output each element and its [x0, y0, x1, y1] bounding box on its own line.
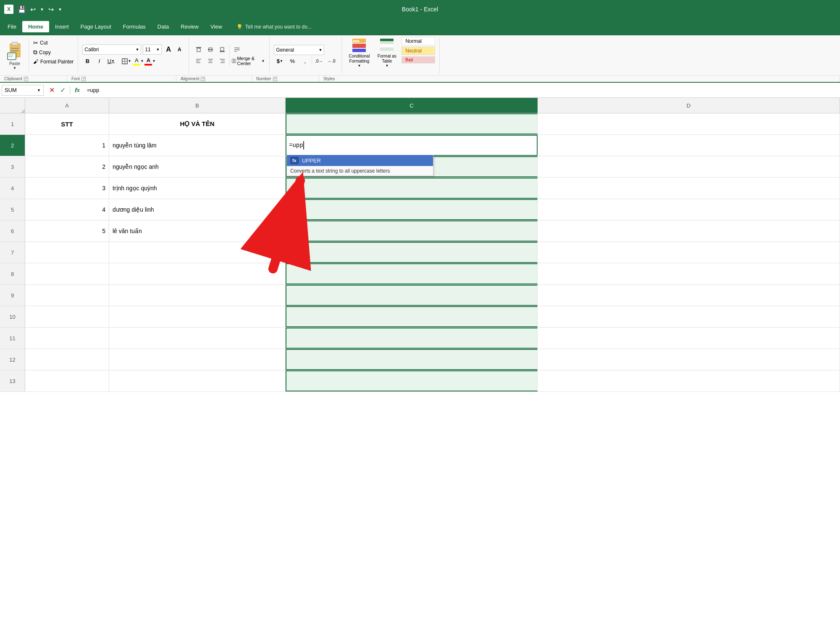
cell-a13[interactable]: [25, 370, 109, 391]
cell-d10[interactable]: [538, 306, 840, 327]
undo-dropdown-button[interactable]: ▼: [39, 6, 45, 13]
cell-d12[interactable]: [538, 349, 840, 370]
align-right-button[interactable]: [217, 56, 228, 66]
customize-quick-access-button[interactable]: ▼: [57, 6, 63, 13]
cell-b7[interactable]: [109, 242, 286, 263]
cell-d13[interactable]: [538, 370, 840, 391]
row-header-12[interactable]: 12: [0, 349, 25, 370]
bad-style[interactable]: Bad: [402, 56, 435, 63]
cell-b10[interactable]: [109, 306, 286, 327]
menu-review[interactable]: Review: [175, 21, 205, 32]
col-header-b[interactable]: B: [109, 98, 286, 113]
menu-data[interactable]: Data: [152, 21, 175, 32]
cell-d1[interactable]: [538, 113, 840, 134]
cell-b1[interactable]: HỌ VÀ TÊN: [109, 113, 286, 134]
corner-cell[interactable]: [0, 98, 25, 113]
align-middle-button[interactable]: [205, 45, 216, 55]
bold-button[interactable]: B: [82, 56, 92, 66]
format-as-table-button[interactable]: Format as Table ▼: [374, 37, 400, 68]
font-color-button[interactable]: A ▼: [145, 56, 155, 66]
cell-c1[interactable]: [286, 113, 538, 134]
confirm-formula-button[interactable]: ✓: [58, 86, 67, 95]
font-expand-button[interactable]: ↗: [81, 77, 86, 81]
cell-a2[interactable]: 1: [25, 135, 109, 156]
name-box-dropdown[interactable]: ▼: [37, 88, 41, 92]
wrap-text-button[interactable]: [231, 45, 242, 55]
table-dropdown[interactable]: ▼: [385, 64, 388, 68]
menu-page-layout[interactable]: Page Layout: [75, 21, 117, 32]
cell-a1[interactable]: STT: [25, 113, 109, 134]
cell-a8[interactable]: [25, 263, 109, 284]
align-top-button[interactable]: [193, 45, 204, 55]
align-center-button[interactable]: [205, 56, 216, 66]
cell-b13[interactable]: [109, 370, 286, 391]
cell-c11[interactable]: [286, 328, 538, 349]
row-header-7[interactable]: 7: [0, 242, 25, 263]
row-header-2[interactable]: 2: [0, 135, 25, 156]
col-header-a[interactable]: A: [25, 98, 109, 113]
cell-b8[interactable]: [109, 263, 286, 284]
formula-input[interactable]: [85, 85, 838, 96]
cell-b11[interactable]: [109, 328, 286, 349]
normal-style[interactable]: Normal: [402, 37, 435, 45]
cell-a10[interactable]: [25, 306, 109, 327]
font-shrink-button[interactable]: A: [174, 45, 184, 55]
cell-c6[interactable]: [286, 220, 538, 242]
row-header-13[interactable]: 13: [0, 370, 25, 391]
conditional-formatting-button[interactable]: ▶▶▶ ConditionalFormatting ▼: [346, 37, 372, 68]
cancel-formula-button[interactable]: ✕: [47, 86, 56, 95]
cell-b2[interactable]: nguyễn tùng lâm: [109, 135, 286, 156]
percent-button[interactable]: %: [286, 56, 298, 66]
cell-c5[interactable]: [286, 199, 538, 220]
increase-decimal-button[interactable]: .0→: [313, 56, 325, 66]
row-header-9[interactable]: 9: [0, 285, 25, 306]
tell-me-bar[interactable]: 💡 Tell me what you want to do...: [236, 24, 312, 30]
cell-b4[interactable]: trịnh ngọc quỳnh: [109, 178, 286, 199]
cell-b5[interactable]: dương diệu linh: [109, 199, 286, 220]
row-header-4[interactable]: 4: [0, 178, 25, 199]
cell-a12[interactable]: [25, 349, 109, 370]
row-header-3[interactable]: 3: [0, 156, 25, 177]
cond-dropdown[interactable]: ▼: [357, 64, 361, 68]
menu-home[interactable]: Home: [22, 21, 49, 32]
cell-d5[interactable]: [538, 199, 840, 220]
font-name-dropdown-icon[interactable]: ▼: [135, 47, 139, 52]
row-header-1[interactable]: 1: [0, 113, 25, 134]
cell-d8[interactable]: [538, 263, 840, 284]
menu-formulas[interactable]: Formulas: [117, 21, 152, 32]
col-header-c[interactable]: C: [286, 98, 538, 113]
format-painter-button[interactable]: 🖌 Format Painter: [32, 58, 75, 66]
menu-insert[interactable]: Insert: [49, 21, 75, 32]
tell-me-text[interactable]: Tell me what you want to do...: [245, 24, 312, 30]
comma-button[interactable]: ,: [299, 56, 311, 66]
cell-b6[interactable]: lê văn tuấn: [109, 220, 286, 242]
border-button[interactable]: ▼: [121, 56, 131, 66]
neutral-style[interactable]: Neutral: [402, 47, 435, 55]
autocomplete-upper-item[interactable]: fx UPPER: [287, 155, 433, 166]
cell-d3[interactable]: [538, 156, 840, 177]
align-left-button[interactable]: [193, 56, 204, 66]
row-header-8[interactable]: 8: [0, 263, 25, 284]
cell-a7[interactable]: [25, 242, 109, 263]
cell-a11[interactable]: [25, 328, 109, 349]
cell-c4[interactable]: [286, 178, 538, 199]
insert-function-button[interactable]: fx: [73, 86, 82, 95]
cell-c7[interactable]: [286, 242, 538, 263]
cell-a5[interactable]: 4: [25, 199, 109, 220]
paste-dropdown-arrow[interactable]: ▼: [13, 66, 17, 70]
cell-a4[interactable]: 3: [25, 178, 109, 199]
cell-d9[interactable]: [538, 285, 840, 306]
row-header-11[interactable]: 11: [0, 328, 25, 349]
font-size-dropdown-icon[interactable]: ▼: [156, 47, 160, 52]
number-format-dropdown-icon[interactable]: ▼: [318, 48, 322, 52]
cell-d4[interactable]: [538, 178, 840, 199]
cell-c9[interactable]: [286, 285, 538, 306]
cell-a9[interactable]: [25, 285, 109, 306]
italic-button[interactable]: I: [94, 56, 104, 66]
save-button[interactable]: 💾: [17, 5, 27, 14]
cell-d11[interactable]: [538, 328, 840, 349]
cell-d6[interactable]: [538, 220, 840, 242]
cell-a3[interactable]: 2: [25, 156, 109, 177]
paste-button[interactable]: Paste ▼: [3, 39, 27, 72]
cell-b9[interactable]: [109, 285, 286, 306]
